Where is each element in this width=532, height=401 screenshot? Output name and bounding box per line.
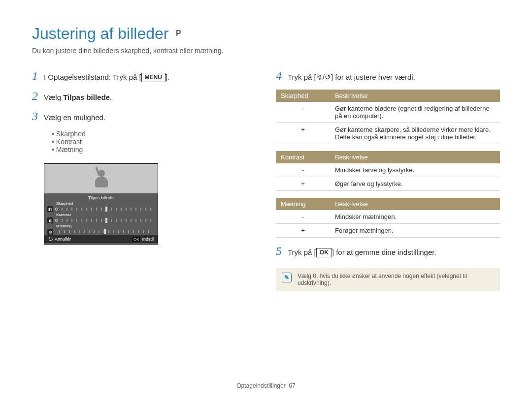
panel-value: 0 <box>55 218 58 223</box>
saturation-table: MætningBeskrivelse -Mindsker mætningen. … <box>276 198 500 238</box>
step2-bold: Tilpas billede <box>63 93 110 101</box>
page-subtitle: Du kan justere dine billeders skarphed, … <box>32 47 500 55</box>
bullet-item: Mætning <box>52 146 256 154</box>
cell-desc: Gør kanterne skarpere, så billederne vir… <box>330 123 500 144</box>
step-4: 4 Tryk på [↯/↺] for at justere hver værd… <box>276 69 500 83</box>
cell-key: + <box>276 177 330 191</box>
left-column: 1 I Optagelsestilstand: Tryk på [MENU]. … <box>32 69 256 291</box>
slider <box>62 208 153 211</box>
step-1: 1 I Optagelsestilstand: Tryk på [MENU]. <box>32 69 256 83</box>
panel-row-label: Skarphed <box>44 201 158 206</box>
cell-key: + <box>276 123 330 144</box>
panel-row: ◍ <box>44 228 158 235</box>
cell-key: - <box>276 210 330 224</box>
th-sharp: Skarphed <box>276 90 330 102</box>
step5-pre: Tryk på [ <box>288 248 316 256</box>
contrast-table: KontrastBeskrivelse -Mindsker farve og l… <box>276 151 500 191</box>
step-number: 5 <box>276 245 288 258</box>
cell-key: - <box>276 163 330 177</box>
arrow-icons: ↯/↺ <box>316 73 331 81</box>
step1-pre: I Optagelsestilstand: Tryk på [ <box>44 73 141 81</box>
cell-desc: Gør kanterne blødere (egnet til redigeri… <box>330 102 500 123</box>
step-2: 2 Vælg Tilpas billede. <box>32 90 256 103</box>
sharpness-table: SkarphedBeskrivelse -Gør kanterne bløder… <box>276 90 500 144</box>
note-box: ✎ Vælg 0, hvis du ikke ønsker at anvende… <box>276 268 500 291</box>
step1-post: ]. <box>166 73 169 81</box>
screen-panel: Tilpas billede Skarphed ◧ 0 Kontrast ◐ 0… <box>44 193 158 244</box>
sharpness-icon: ◧ <box>47 206 53 212</box>
th-sat: Mætning <box>276 198 330 210</box>
step4-post: ] for at justere hver værdi. <box>331 73 415 81</box>
th-contrast: Kontrast <box>276 151 330 163</box>
saturation-icon: ◍ <box>47 229 53 235</box>
contrast-icon: ◐ <box>47 217 53 223</box>
slider <box>62 219 153 222</box>
cell-desc: Øger farve og lysstyrke. <box>330 177 500 191</box>
panel-title: Tilpas billede <box>44 195 158 200</box>
step-number: 4 <box>276 69 288 83</box>
camera-screen: Tilpas billede Skarphed ◧ 0 Kontrast ◐ 0… <box>44 163 158 245</box>
note-icon: ✎ <box>282 273 292 282</box>
step2-pre: Vælg <box>44 93 63 101</box>
step-number: 1 <box>32 69 44 83</box>
step3-bullets: Skarphed Kontrast Mætning <box>52 130 256 154</box>
footer-page: 67 <box>289 382 295 389</box>
child-silhouette-icon <box>92 167 111 191</box>
cell-desc: Mindsker farve og lysstyrke. <box>330 163 500 177</box>
cell-key: + <box>276 224 330 238</box>
mode-badge: P <box>176 29 181 38</box>
th-desc: Beskrivelse <box>330 90 500 102</box>
right-column: 4 Tryk på [↯/↺] for at justere hver værd… <box>276 69 500 291</box>
cancel-label: Annullér <box>55 237 71 242</box>
step-3: 3 Vælg en mulighed. <box>32 110 256 123</box>
page-footer: Optageindstillinger 67 <box>0 382 532 389</box>
step3-text: Vælg en mulighed. <box>44 112 105 123</box>
panel-value: 0 <box>55 207 58 212</box>
step4-pre: Tryk på [ <box>288 73 316 81</box>
th-desc: Beskrivelse <box>330 151 500 163</box>
step-5: 5 Tryk på [OK] for at gemme dine indstil… <box>276 245 500 258</box>
slider <box>59 230 153 233</box>
step-number: 3 <box>32 110 44 123</box>
cell-desc: Mindsker mætningen. <box>330 210 500 224</box>
footer-section: Optageindstillinger <box>236 382 285 389</box>
ok-button-label: OK <box>316 248 332 257</box>
panel-row: ◧ 0 <box>44 206 158 213</box>
panel-row: ◐ 0 <box>44 217 158 224</box>
th-desc: Beskrivelse <box>330 198 500 210</box>
step2-post: . <box>110 93 112 101</box>
step-number: 2 <box>32 90 44 103</box>
bullet-item: Skarphed <box>52 130 256 138</box>
back-icon: ⮌ <box>48 237 53 242</box>
cell-key: - <box>276 102 330 123</box>
note-text: Vælg 0, hvis du ikke ønsker at anvende n… <box>298 273 494 286</box>
screen-photo-area <box>44 164 158 193</box>
step5-post: ] for at gemme dine indstillinger. <box>332 248 436 256</box>
menu-button-label: MENU <box>141 73 166 82</box>
panel-row-label: Mætning <box>44 224 158 228</box>
panel-row-label: Kontrast <box>44 213 158 217</box>
panel-footer: ⮌Annullér OKIndstil <box>44 235 158 243</box>
cell-desc: Forøger mætningen. <box>330 224 500 238</box>
set-label: Indstil <box>142 237 154 242</box>
bullet-item: Kontrast <box>52 138 256 146</box>
ok-key: OK <box>133 237 140 242</box>
page-title: Justering af billeder <box>32 25 168 43</box>
